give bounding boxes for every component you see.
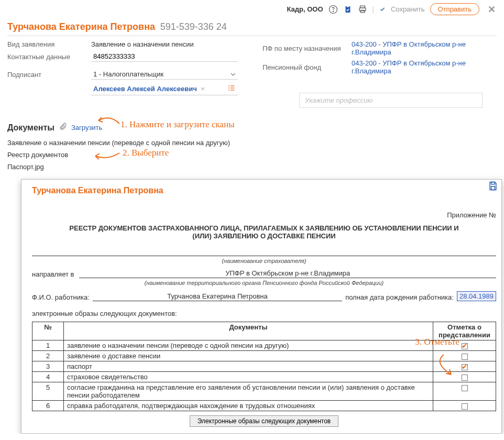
svg-point-11 <box>228 90 229 91</box>
label-signer: Подписант <box>7 71 91 79</box>
cell-num: 6 <box>32 401 64 411</box>
value-type: Заявление о назначении пенсии <box>91 40 242 48</box>
document-list: Заявление о назначении пенсии (переводе … <box>0 135 504 177</box>
close-icon[interactable]: ✕ <box>485 4 499 15</box>
documents-header: Документы Загрузить 1. Нажмите и загрузи… <box>0 115 504 135</box>
list-icon[interactable] <box>227 84 236 94</box>
svg-rect-12 <box>231 90 234 90</box>
table-row: 4страховое свидетельство <box>32 372 496 382</box>
reestr-table: № Документы Отметка о представлении 1зая… <box>32 322 496 411</box>
form-right: ПФ по месту назначения 043-200 - УПФР в … <box>262 40 497 111</box>
chevron-down-icon <box>231 72 236 77</box>
footer-button[interactable]: Электронные образы следующих документов <box>190 415 338 427</box>
checkbox[interactable] <box>462 354 468 360</box>
label-contact: Контактные данные <box>7 53 91 61</box>
cell-num: 3 <box>32 361 64 372</box>
cell-doc: заявление о назначении пенсии (переводе … <box>64 340 433 351</box>
cell-doc: страховое свидетельство <box>64 372 433 382</box>
cell-num: 2 <box>32 351 64 361</box>
label-pf-place: ПФ по месту назначения <box>262 45 352 52</box>
doc-item-label: Реестр документов <box>7 151 68 159</box>
e-title: электронные образы следующих документов: <box>32 310 496 317</box>
documents-title: Документы <box>7 123 54 133</box>
person-header: Турчанова Екатерина Петровна 591-539-336… <box>0 18 504 35</box>
send-button[interactable]: Отправить <box>430 3 479 15</box>
send-to-label: направляет в <box>32 270 74 278</box>
insurer-field[interactable] <box>32 247 496 256</box>
annotation-arrow-1 <box>94 113 120 126</box>
signer-select-value: 1 - Налогоплательщик <box>93 70 163 78</box>
reestr-window: Турчанова Екатерина Петровна Приложение … <box>21 179 502 434</box>
send-to-value[interactable]: УПФР в Октябрьском р-не г.Владимира <box>79 269 496 278</box>
org-name: Кадр, ООО <box>287 5 323 13</box>
table-row: 5согласие гражданина на представление ег… <box>32 382 496 401</box>
checkbox[interactable] <box>462 403 468 410</box>
table-row: 2заявление о доставке пенсии <box>32 351 496 361</box>
cell-doc: паспорт <box>64 361 433 372</box>
svg-rect-3 <box>346 5 349 7</box>
clip-icon[interactable] <box>59 123 67 133</box>
reestr-person: Турчанова Екатерина Петровна <box>32 186 496 195</box>
cell-doc: заявление о доставке пенсии <box>64 351 433 361</box>
print-icon[interactable] <box>358 5 367 14</box>
cell-num: 4 <box>32 372 64 382</box>
signer-name-field[interactable]: Алексеев Алексей Алексеевич × <box>91 83 238 95</box>
svg-rect-14 <box>491 186 495 190</box>
col-docs: Документы <box>64 322 433 340</box>
svg-point-9 <box>228 87 229 89</box>
annotation-arrow-2 <box>92 151 122 161</box>
help-icon[interactable] <box>328 5 338 14</box>
reestr-title: РЕЕСТР ДОКУМЕНТОВ ЗАСТРАХОВАННОГО ЛИЦА, … <box>63 224 465 240</box>
table-row: 6справка работодателя, подтверждающая на… <box>32 401 496 411</box>
save-button[interactable]: Сохранить <box>391 5 425 13</box>
signer-select[interactable]: 1 - Налогоплательщик <box>91 69 238 80</box>
form-left: Вид заявления Заявление о назначении пен… <box>7 40 242 111</box>
pf-fund-link[interactable]: 043-200 - УПФР в Октябрьском р-не г.Влад… <box>352 59 497 75</box>
separator: | <box>372 5 374 13</box>
svg-point-1 <box>333 11 333 12</box>
signer-name: Алексеев Алексей Алексеевич <box>93 85 197 93</box>
col-num: № <box>32 322 64 340</box>
cell-check <box>433 401 496 411</box>
check-small-icon[interactable] <box>379 6 386 13</box>
fio-value[interactable]: Турчанова Екатерина Петровна <box>93 292 342 301</box>
svg-point-7 <box>228 85 229 86</box>
dob-input[interactable]: 28.04.1989 <box>457 291 496 301</box>
reestr-app-no: Приложение № <box>32 211 496 219</box>
save-icon[interactable] <box>488 181 498 193</box>
pf-place-link[interactable]: 043-200 - УПФР в Октябрьском р-не г.Влад… <box>352 40 497 56</box>
fio-label: Ф.И.О. работника: <box>32 293 90 301</box>
territory-caption: (наименование территориального органа Пе… <box>32 280 496 286</box>
checkbox[interactable] <box>462 364 468 370</box>
checkbox[interactable] <box>462 343 468 349</box>
checkbox[interactable] <box>462 375 468 381</box>
contact-input[interactable] <box>91 51 238 62</box>
cell-num: 1 <box>32 340 64 351</box>
annotation-1: 1. Нажмите и загрузите сканы <box>120 119 235 130</box>
clear-signer-icon[interactable]: × <box>201 85 205 93</box>
svg-rect-2 <box>345 6 350 13</box>
profession-input[interactable]: Укажите профессию <box>299 93 483 108</box>
cell-doc: справка работодателя, подтверждающая нах… <box>64 401 433 411</box>
annotation-arrow-3 <box>428 353 459 379</box>
person-name: Турчанова Екатерина Петровна <box>7 21 155 32</box>
topbar: Кадр, ООО | Сохранить Отправить ✕ <box>0 0 504 18</box>
clipboard-icon[interactable] <box>343 5 353 14</box>
cell-num: 5 <box>32 382 64 401</box>
svg-rect-10 <box>231 87 234 88</box>
person-snils: 591-539-336 24 <box>160 21 227 32</box>
svg-rect-8 <box>231 85 234 86</box>
table-row: 3паспорт <box>32 361 496 372</box>
svg-rect-13 <box>491 182 495 184</box>
divider <box>7 36 497 36</box>
label-pf-fund: Пенсионный фонд <box>262 63 352 71</box>
checkbox[interactable] <box>462 385 468 391</box>
doc-item[interactable]: Реестр документов 2. Выберите <box>7 149 497 161</box>
insurer-caption: (наименование страхователя) <box>32 258 496 264</box>
svg-rect-6 <box>360 10 365 13</box>
doc-item[interactable]: Паспорт.jpg <box>7 161 497 173</box>
cell-doc: согласие гражданина на представление его… <box>64 382 433 401</box>
doc-item[interactable]: Заявление о назначении пенсии (переводе … <box>7 137 497 149</box>
label-type: Вид заявления <box>7 40 91 48</box>
annotation-2: 2. Выберите <box>123 148 169 158</box>
